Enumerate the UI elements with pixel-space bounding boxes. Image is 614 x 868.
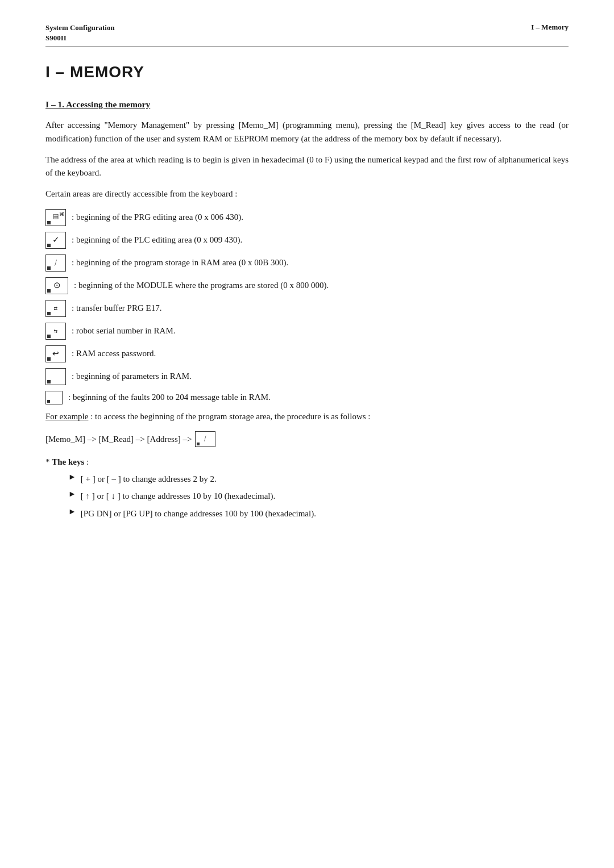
bullet-item-2: ► [ ↑ ] or [ ↓ ] to change addresses 10 … bbox=[68, 490, 569, 503]
icon-password: ↩ bbox=[45, 345, 66, 362]
key-item-prg: ▤ ⌘ : beginning of the PRG editing area … bbox=[45, 209, 569, 226]
key-item-faults-text: : beginning of the faults 200 to 204 mes… bbox=[68, 391, 271, 403]
key-item-plc-text: : beginning of the PLC editing area (0 x… bbox=[72, 234, 242, 246]
keys-section: * The keys : ► [ + ] or [ – ] to change … bbox=[45, 457, 569, 520]
command-icon: ∕ bbox=[195, 431, 215, 447]
key-item-serial: ⇆ : robot serial number in RAM. bbox=[45, 323, 569, 340]
key-item-module-text: : beginning of the MODULE where the prog… bbox=[74, 279, 329, 291]
header-subtitle: S900II bbox=[45, 33, 115, 43]
keys-label-bold: The keys bbox=[52, 457, 84, 466]
key-item-ram: ∕ : beginning of the program storage in … bbox=[45, 254, 569, 272]
bullet-arrow-2: ► bbox=[68, 490, 76, 499]
bullet-item-3: ► [PG DN] or [PG UP] to change addresses… bbox=[68, 507, 569, 520]
header-right: I – Memory bbox=[531, 23, 569, 32]
icon-module: ⊙ bbox=[45, 277, 68, 294]
for-example: For example : to access the beginning of… bbox=[45, 410, 569, 423]
icon-params bbox=[45, 368, 66, 385]
icon-transfer1: ⇄ bbox=[45, 300, 66, 317]
icon-faults bbox=[45, 391, 63, 404]
command-text: [Memo_M] –> [M_Read] –> [Address] –> bbox=[45, 432, 192, 446]
for-example-label: For example bbox=[45, 412, 88, 421]
page-title: I – MEMORY bbox=[45, 63, 569, 81]
key-item-prg-text: : beginning of the PRG editing area (0 x… bbox=[72, 211, 243, 223]
icon-prg: ▤ ⌘ bbox=[45, 209, 66, 226]
for-example-text: : to access the beginning of the program… bbox=[88, 412, 370, 421]
keys-label: * The keys : bbox=[45, 457, 569, 467]
header-divider bbox=[45, 47, 569, 47]
key-item-password: ↩ : RAM access password. bbox=[45, 345, 569, 362]
bullet-item-1: ► [ + ] or [ – ] to change addresses 2 b… bbox=[68, 473, 569, 486]
icon-ram: ∕ bbox=[45, 254, 66, 272]
paragraph-1: After accessing "Memory Management" by p… bbox=[45, 119, 569, 145]
bullet-text-1: [ + ] or [ – ] to change addresses 2 by … bbox=[81, 473, 217, 486]
bullet-text-3: [PG DN] or [PG UP] to change addresses 1… bbox=[81, 507, 316, 520]
header-title: System Configuration bbox=[45, 23, 115, 33]
key-item-params-text: : beginning of parameters in RAM. bbox=[72, 370, 192, 382]
bullet-arrow-3: ► bbox=[68, 507, 76, 516]
key-item-params: : beginning of parameters in RAM. bbox=[45, 368, 569, 385]
key-item-password-text: : RAM access password. bbox=[72, 348, 156, 360]
key-item-serial-text: : robot serial number in RAM. bbox=[72, 325, 175, 337]
bullet-text-2: [ ↑ ] or [ ↓ ] to change addresses 10 by… bbox=[81, 490, 275, 503]
key-item-transfer1: ⇄ : transfer buffer PRG E17. bbox=[45, 300, 569, 317]
icon-plc: ✓ bbox=[45, 232, 66, 249]
header-left: System Configuration S900II bbox=[45, 23, 115, 43]
icon-serial: ⇆ bbox=[45, 323, 66, 340]
paragraph-3: Certain areas are directly accessible fr… bbox=[45, 187, 569, 201]
key-item-ram-text: : beginning of the program storage in RA… bbox=[72, 257, 288, 269]
section-heading: I – 1. Accessing the memory bbox=[45, 99, 569, 110]
bullet-arrow-1: ► bbox=[68, 473, 76, 482]
command-line: [Memo_M] –> [M_Read] –> [Address] –> ∕ bbox=[45, 431, 569, 447]
page-header: System Configuration S900II I – Memory bbox=[45, 23, 569, 43]
key-item-transfer1-text: : transfer buffer PRG E17. bbox=[72, 302, 161, 314]
key-item-faults: : beginning of the faults 200 to 204 mes… bbox=[45, 391, 569, 404]
key-item-module: ⊙ : beginning of the MODULE where the pr… bbox=[45, 277, 569, 294]
paragraph-2: The address of the area at which reading… bbox=[45, 153, 569, 180]
page: System Configuration S900II I – Memory I… bbox=[0, 0, 614, 868]
key-item-plc: ✓ : beginning of the PLC editing area (0… bbox=[45, 232, 569, 249]
